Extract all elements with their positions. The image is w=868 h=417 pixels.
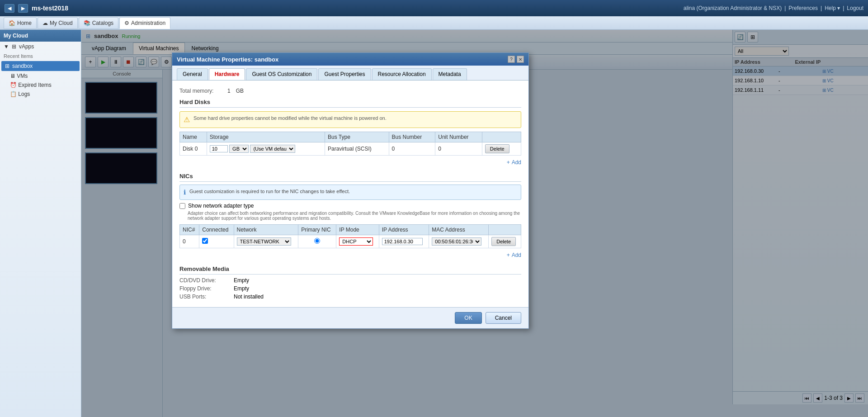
nic-connected-checkbox[interactable] bbox=[202, 238, 208, 244]
col-bus-type: Bus Type bbox=[325, 132, 389, 142]
usb-row: USB Ports: Not installed bbox=[179, 294, 521, 300]
dialog-tab-general[interactable]: General bbox=[177, 68, 208, 80]
sidebar-item-sandbox[interactable]: ⊞ sandbox bbox=[1, 61, 80, 71]
nic-col-primary: Primary NIC bbox=[298, 225, 336, 235]
vapps-grid-icon: ⊞ bbox=[12, 43, 16, 50]
disk-size-unit[interactable]: GBMB bbox=[229, 145, 249, 153]
nav-tabs: 🏠 Home ☁ My Cloud 📚 Catalogs ⚙ Administr… bbox=[0, 16, 868, 30]
user-info: alina (Organization Administrator & NSX) bbox=[684, 5, 782, 11]
dialog-tab-guestos[interactable]: Guest OS Customization bbox=[246, 68, 317, 80]
disk-actions: Delete bbox=[482, 142, 521, 156]
cancel-button[interactable]: Cancel bbox=[486, 312, 521, 324]
warning-icon: ⚠ bbox=[184, 115, 190, 124]
disk-storage-type[interactable]: (Use VM default) bbox=[250, 145, 295, 153]
sidebar-vapps-label: vApps bbox=[19, 43, 34, 50]
vm-icon: 🖥 bbox=[10, 73, 15, 79]
sidebar-title: My Cloud bbox=[0, 30, 81, 42]
add-disk-btn[interactable]: + Add bbox=[507, 157, 521, 167]
sidebar-item-vms[interactable]: 🖥 VMs bbox=[0, 71, 81, 81]
tab-administration[interactable]: ⚙ Administration bbox=[119, 17, 170, 29]
nic-network-select[interactable]: TEST-NETWORK bbox=[237, 237, 291, 246]
vms-label: VMs bbox=[17, 73, 28, 79]
dialog-titlebar: Virtual Machine Properties: sandbox ? ✕ bbox=[172, 53, 528, 66]
vm-properties-dialog: Virtual Machine Properties: sandbox ? ✕ … bbox=[172, 52, 529, 329]
dialog-tab-resources[interactable]: Resource Allocation bbox=[372, 68, 432, 80]
disk-row-0: Disk 0 GBMB (Use VM default) Paravi bbox=[180, 142, 521, 156]
sidebar-item-logs[interactable]: 📋 Logs bbox=[0, 90, 81, 99]
help-link[interactable]: Help ▾ bbox=[825, 5, 840, 11]
nic-col-connected: Connected bbox=[199, 225, 234, 235]
col-unit-number: Unit Number bbox=[435, 132, 482, 142]
main-layout: My Cloud ▼ ⊞ vApps Recent Items ⊞ sandbo… bbox=[0, 30, 868, 417]
disk-delete-btn[interactable]: Delete bbox=[485, 144, 509, 153]
cddvd-row: CD/DVD Drive: Empty bbox=[179, 277, 521, 284]
ok-button[interactable]: OK bbox=[455, 312, 481, 324]
disk-bus-number: 0 bbox=[389, 142, 435, 156]
dialog-tab-hardware[interactable]: Hardware bbox=[209, 68, 245, 80]
disk-storage: GBMB (Use VM default) bbox=[207, 142, 325, 156]
floppy-label: Floppy Drive: bbox=[179, 285, 225, 292]
nics-title: NICs bbox=[179, 173, 521, 182]
nic-primary-radio[interactable] bbox=[314, 238, 320, 244]
app-title: ms-test2018 bbox=[32, 5, 68, 12]
dialog-close-btn[interactable]: ✕ bbox=[517, 56, 524, 63]
nic-network: TEST-NETWORK bbox=[234, 235, 298, 248]
floppy-value: Empty bbox=[234, 285, 249, 292]
floppy-row: Floppy Drive: Empty bbox=[179, 285, 521, 292]
usb-value: Not installed bbox=[234, 294, 264, 300]
tab-home[interactable]: 🏠 Home bbox=[4, 17, 37, 29]
add-nic-label: Add bbox=[512, 252, 521, 258]
nic-connected bbox=[199, 235, 234, 248]
nav-forward-btn[interactable]: ▶ bbox=[18, 4, 28, 13]
nav-back-btn[interactable]: ◀ bbox=[5, 4, 14, 13]
dialog-tab-metadata[interactable]: Metadata bbox=[433, 68, 467, 80]
nic-ip-input[interactable] bbox=[382, 238, 423, 245]
sidebar-item-expired[interactable]: ⏰ Expired Items bbox=[0, 81, 81, 90]
nic-delete-btn[interactable]: Delete bbox=[491, 237, 516, 246]
top-bar: ◀ ▶ ms-test2018 alina (Organization Admi… bbox=[0, 0, 868, 16]
tab-catalogs[interactable]: 📚 Catalogs bbox=[79, 17, 118, 29]
usb-label: USB Ports: bbox=[179, 294, 225, 300]
home-icon: 🏠 bbox=[9, 20, 15, 26]
logout-link[interactable]: Logout bbox=[847, 5, 863, 11]
show-adapter-checkbox[interactable] bbox=[179, 203, 185, 209]
nic-col-ipaddress: IP Address bbox=[379, 225, 429, 235]
dialog-body: Total memory: 1 GB Hard Disks ⚠ Some har… bbox=[172, 81, 528, 307]
separator2: | bbox=[821, 5, 822, 11]
nic-ipmode-select[interactable]: DHCPStaticNone bbox=[339, 237, 373, 246]
disk-size-input[interactable] bbox=[210, 145, 228, 152]
show-adapter-label: Show network adapter type bbox=[188, 203, 254, 209]
dialog-tab-guestprops[interactable]: Guest Properties bbox=[318, 68, 371, 80]
dialog-tabs: General Hardware Guest OS Customization … bbox=[172, 66, 528, 81]
nic-num: 0 bbox=[180, 235, 199, 248]
nic-info-box: ℹ Guest customization is required to run… bbox=[179, 185, 521, 200]
tab-mycloud-label: My Cloud bbox=[50, 20, 73, 26]
adapter-desc: Adapter choice can affect both networkin… bbox=[188, 211, 521, 221]
total-memory-row: Total memory: 1 GB bbox=[179, 88, 521, 94]
preferences-link[interactable]: Preferences bbox=[788, 5, 818, 11]
hard-disks-title: Hard Disks bbox=[179, 99, 521, 108]
vapps-expand-icon: ▼ bbox=[4, 43, 9, 50]
nic-mac-select[interactable]: 00:50:56:01:26:30 bbox=[432, 237, 481, 246]
nic-actions: Delete bbox=[489, 235, 521, 248]
col-storage: Storage bbox=[207, 132, 325, 142]
total-memory-label: Total memory: bbox=[179, 88, 225, 94]
logs-label: Logs bbox=[18, 91, 30, 97]
nic-mac: 00:50:56:01:26:30 bbox=[429, 235, 489, 248]
total-memory-value: 1 bbox=[227, 88, 231, 94]
top-bar-right: alina (Organization Administrator & NSX)… bbox=[684, 5, 863, 11]
sidebar-item-vapps[interactable]: ▼ ⊞ vApps bbox=[0, 42, 81, 52]
tab-mycloud[interactable]: ☁ My Cloud bbox=[38, 17, 78, 29]
nic-col-mac: MAC Address bbox=[429, 225, 489, 235]
dialog-controls: ? ✕ bbox=[508, 56, 524, 63]
sidebar: My Cloud ▼ ⊞ vApps Recent Items ⊞ sandbo… bbox=[0, 30, 81, 417]
warning-text: Some hard drive properties cannot be mod… bbox=[193, 115, 387, 121]
col-actions bbox=[482, 132, 521, 142]
dialog-help-btn[interactable]: ? bbox=[508, 56, 515, 63]
sidebar-sandbox-label: sandbox bbox=[12, 63, 33, 69]
add-nic-btn[interactable]: + Add bbox=[507, 250, 521, 260]
disk-name: Disk 0 bbox=[180, 142, 207, 156]
add-nic-icon: + bbox=[507, 252, 510, 258]
nic-primary bbox=[298, 235, 336, 248]
col-bus-number: Bus Number bbox=[389, 132, 435, 142]
